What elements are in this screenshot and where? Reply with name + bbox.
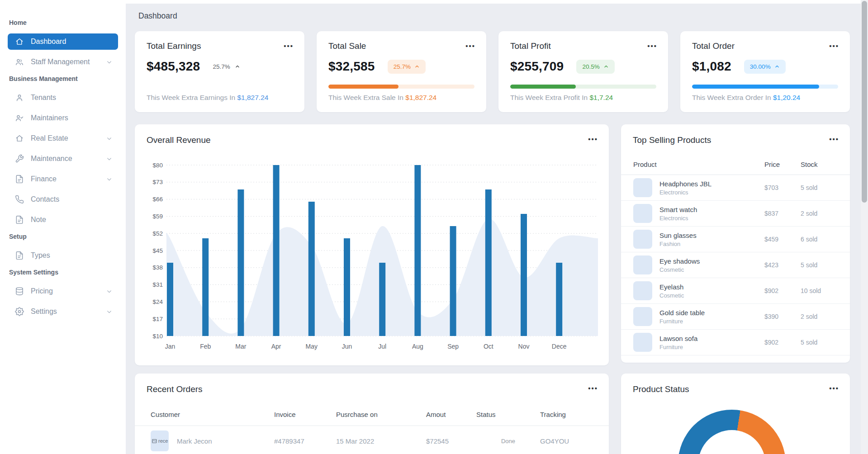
menu-dots-button[interactable]: ••• (586, 133, 600, 145)
bar-Nov (521, 214, 527, 336)
chevron-down-icon (106, 59, 113, 66)
product-row-eye-shadows[interactable]: Eye shadowsCosmetic$4235 sold (621, 252, 850, 278)
product-row-smart-watch[interactable]: Smart watchElectronics$8372 sold (621, 201, 850, 227)
file-icon (15, 175, 24, 184)
product-price: $837 (764, 210, 801, 217)
menu-dots-button[interactable]: ••• (645, 40, 659, 52)
bar-Jan (167, 263, 173, 336)
sidebar-item-settings[interactable]: Settings (8, 303, 118, 320)
revenue-bar-chart: $80$73$66$59$52$45$38$31$24$17$10JanFebM… (146, 153, 598, 361)
user-check-icon (15, 114, 24, 123)
card-title: Total Earnings (147, 41, 201, 51)
footer-amount: $1,827.24 (405, 94, 436, 101)
product-row-eyelash[interactable]: EyelashCosmetic$90210 sold (621, 278, 850, 304)
product-name: Lawson sofa (659, 335, 697, 342)
sidebar-item-label: Real Estate (31, 134, 68, 142)
sidebar-item-label: Settings (31, 307, 57, 316)
product-status-panel: Product Status ••• (621, 374, 850, 454)
sidebar-item-staff-management[interactable]: Staff Management (8, 54, 118, 70)
y-tick-label: $38 (152, 264, 163, 271)
overall-revenue-panel: Overall Revenue ••• $80$73$66$59$52$45$3… (135, 124, 609, 365)
progress-fill (692, 85, 819, 89)
product-category: Cosmetic (659, 292, 684, 299)
product-stock: 5 sold (801, 339, 850, 346)
menu-dots-button[interactable]: ••• (464, 40, 477, 52)
product-thumbnail (633, 307, 652, 326)
sidebar-section-label: System Settings (9, 268, 126, 277)
sidebar-item-contacts[interactable]: Contacts (8, 191, 118, 208)
x-tick-label: Dece (552, 343, 567, 350)
chevron-up-icon (414, 64, 420, 69)
sidebar-item-pricing[interactable]: Pricing (8, 283, 118, 299)
wrench-icon (15, 154, 24, 163)
product-price: $703 (764, 184, 801, 191)
bar-Jul (379, 263, 385, 336)
order-status: Done (476, 438, 540, 445)
product-row-sun-glasses[interactable]: Sun glassesFashion$4596 sold (621, 227, 850, 252)
recent-orders-panel: Recent Orders ••• CustomerInvoicePusrcha… (135, 374, 609, 454)
chevron-down-icon (106, 135, 113, 142)
sidebar-item-finance[interactable]: Finance (8, 171, 118, 187)
y-tick-label: $73 (152, 179, 163, 185)
product-price: $423 (764, 261, 801, 269)
customer-avatar-broken-image: rece (151, 430, 169, 451)
scrollbar-track[interactable] (861, 0, 868, 454)
product-price: $390 (764, 313, 801, 320)
change-badge: 20.5% (576, 60, 614, 74)
product-category: Electronics (659, 215, 697, 222)
bar-Apr (273, 165, 280, 336)
sidebar-section-label: Setup (9, 232, 126, 241)
card-footer: This Week Extra Earnings In $1,827.24 (147, 94, 268, 102)
column-header-customer: Customer (151, 411, 274, 418)
bar-Aug (414, 165, 421, 336)
y-tick-label: $59 (152, 213, 163, 220)
file-icon (15, 251, 24, 260)
y-tick-label: $24 (152, 298, 163, 305)
sidebar-item-label: Maintainers (31, 114, 68, 122)
product-stock: 6 sold (801, 236, 850, 243)
product-name: Gold side table (659, 309, 705, 317)
card-footer: This Week Extra Profit In $1,7.24 (510, 94, 613, 102)
product-row-headphones-jbl[interactable]: Headphones JBLElectronics$7035 sold (621, 175, 850, 201)
breadcrumb[interactable]: Dashboard (138, 11, 177, 21)
stat-cards-row: Total Earnings•••$485,32825.7%This Week … (135, 31, 850, 112)
menu-dots-button[interactable]: ••• (282, 40, 295, 52)
order-row-mark-jecon[interactable]: receMark Jecon#478934715 Mar 2022$72545D… (135, 426, 609, 454)
menu-dots-button[interactable]: ••• (827, 383, 841, 394)
product-row-gold-side-table[interactable]: Gold side tableFurniture$3902 sold (621, 304, 850, 330)
sidebar-item-maintenance[interactable]: Maintenance (8, 151, 118, 167)
column-header-pusrchase-on: Pusrchase on (336, 411, 426, 418)
sidebar-item-label: Tenants (31, 94, 56, 102)
card-title: Total Order (692, 41, 735, 51)
sidebar-item-note[interactable]: Note (8, 212, 118, 228)
bar-Sep (450, 226, 456, 336)
card-footer: This Week Extra Order In $1,20.24 (692, 94, 800, 102)
product-stock: 2 sold (801, 210, 850, 217)
top-products-table: ProductPriceStockHeadphones JBLElectroni… (621, 161, 850, 355)
chevron-down-icon (106, 156, 113, 162)
product-stock: 5 sold (801, 184, 850, 191)
stat-card-total-earnings: Total Earnings•••$485,32825.7%This Week … (135, 31, 304, 112)
main-content: Dashboard Total Earnings•••$485,32825.7%… (126, 4, 861, 454)
product-thumbnail (633, 333, 652, 352)
sidebar-item-dashboard[interactable]: Dashboard (8, 33, 118, 50)
sidebar-item-real-estate[interactable]: Real Estate (8, 130, 118, 147)
sidebar-item-tenants[interactable]: Tenants (8, 90, 118, 106)
column-header-tracking: Tracking (540, 411, 609, 418)
scrollbar-thumb[interactable] (862, 1, 867, 203)
bar-Feb (202, 238, 209, 336)
y-tick-label: $10 (152, 333, 163, 340)
user-icon (15, 93, 24, 102)
change-badge: 25.7% (388, 60, 426, 74)
product-category: Fashion (659, 241, 697, 247)
menu-dots-button[interactable]: ••• (586, 383, 600, 394)
product-row-lawson-sofa[interactable]: Lawson sofaFurniture$9025 sold (621, 330, 850, 355)
sidebar-section-label: Home (9, 18, 126, 27)
x-tick-label: Aug (412, 343, 423, 350)
sidebar-item-maintainers[interactable]: Maintainers (8, 110, 118, 126)
x-tick-label: Jul (378, 343, 386, 350)
sidebar-item-types[interactable]: Types (8, 247, 118, 264)
menu-dots-button[interactable]: ••• (827, 40, 841, 52)
sidebar-item-label: Dashboard (31, 38, 66, 46)
menu-dots-button[interactable]: ••• (827, 133, 841, 145)
